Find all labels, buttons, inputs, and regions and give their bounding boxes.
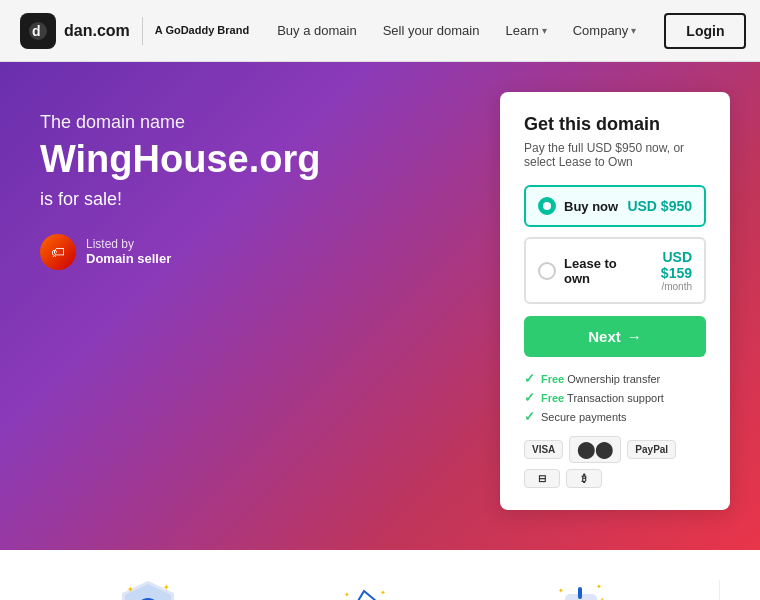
crypto-icon: ₿ <box>566 469 602 488</box>
nav-item-buy[interactable]: Buy a domain <box>267 15 367 46</box>
benefits-list: ✓ Free Ownership transfer ✓ Free Transac… <box>524 371 706 424</box>
hero-text: The domain name WingHouse.org is for sal… <box>40 102 320 270</box>
buy-now-radio <box>538 197 556 215</box>
check-icon-3: ✓ <box>524 409 535 424</box>
listed-by: 🏷 Listed by Domain seller <box>40 234 320 270</box>
next-arrow: → <box>627 328 642 345</box>
nav-item-company[interactable]: Company ▾ <box>563 15 647 46</box>
benefit-2: ✓ Free Transaction support <box>524 390 706 405</box>
logo-area: d dan.com A GoDaddy Brand <box>20 13 249 49</box>
lease-to-own-option[interactable]: Lease to own USD $159 /month <box>524 237 706 304</box>
hero-domain-name: WingHouse.org <box>40 139 320 181</box>
svg-text:d: d <box>32 23 41 39</box>
check-icon-2: ✓ <box>524 390 535 405</box>
visa-icon: VISA <box>524 440 563 459</box>
lease-left: Lease to own <box>538 256 634 286</box>
applepay-icon: ⊟ <box>524 469 560 488</box>
domain-card: Get this domain Pay the full USD $950 no… <box>500 92 730 510</box>
plane-icon: ✦ ✦ ✦ <box>334 580 394 600</box>
hero-section: The domain name WingHouse.org is for sal… <box>0 62 760 550</box>
shield-icon: ✦ ✦ ✦ <box>118 580 178 600</box>
benefit-1: ✓ Free Ownership transfer <box>524 371 706 386</box>
benefit-2-text: Free Transaction support <box>541 392 664 404</box>
lease-price-area: USD $159 /month <box>634 249 692 292</box>
feature-buyer-protection: ✦ ✦ ✦ Buyer Protection program <box>40 580 256 600</box>
hero-forsale: is for sale! <box>40 189 320 210</box>
company-chevron: ▾ <box>631 25 636 36</box>
benefit-1-text: Free Ownership transfer <box>541 373 660 385</box>
buy-now-option[interactable]: Buy now USD $950 <box>524 185 706 227</box>
dan-logo-icon: d <box>20 13 56 49</box>
card-subtitle: Pay the full USD $950 now, or select Lea… <box>524 141 706 169</box>
buy-now-left: Buy now <box>538 197 618 215</box>
logo-divider <box>142 17 143 45</box>
svg-text:✦: ✦ <box>344 591 350 598</box>
svg-text:✦: ✦ <box>558 587 564 594</box>
lease-label: Lease to own <box>564 256 634 286</box>
learn-chevron: ▾ <box>542 25 547 36</box>
svg-text:✦: ✦ <box>596 583 602 590</box>
card-title: Get this domain <box>524 114 706 135</box>
header-right: Login <box>664 13 746 49</box>
svg-text:✦: ✦ <box>127 585 134 594</box>
mastercard-icon: ⬤⬤ <box>569 436 621 463</box>
feature-fast-transfers: ✦ ✦ ✦ Fast & easy transfers <box>256 580 472 600</box>
buy-now-price: USD $950 <box>627 198 692 214</box>
payment-icon: ✦ ✦ ✦ <box>551 580 611 600</box>
feature-items: ✦ ✦ ✦ Buyer Protection program <box>40 580 689 600</box>
lease-price: USD $159 <box>634 249 692 281</box>
benefit-3-text: Secure payments <box>541 411 627 423</box>
hero-subtitle: The domain name <box>40 112 320 133</box>
svg-text:✦: ✦ <box>163 583 170 592</box>
svg-rect-17 <box>578 587 582 599</box>
header: d dan.com A GoDaddy Brand Buy a domain S… <box>0 0 760 62</box>
buy-now-label: Buy now <box>564 199 618 214</box>
nav-item-sell[interactable]: Sell your domain <box>373 15 490 46</box>
svg-text:✦: ✦ <box>600 596 604 600</box>
logo-text: dan.com <box>64 22 130 40</box>
login-button[interactable]: Login <box>664 13 746 49</box>
lease-price-sub: /month <box>634 281 692 292</box>
svg-text:✦: ✦ <box>380 589 386 596</box>
benefit-3: ✓ Secure payments <box>524 409 706 424</box>
seller-icon: 🏷 <box>40 234 76 270</box>
godaddy-brand: A GoDaddy Brand <box>155 23 249 37</box>
features-section: ✦ ✦ ✦ Buyer Protection program <box>0 550 760 600</box>
paypal-icon: PayPal <box>627 440 676 459</box>
feature-hassle-free: ✦ ✦ ✦ Hassle free payments <box>473 580 689 600</box>
next-button[interactable]: Next → <box>524 316 706 357</box>
lease-radio <box>538 262 556 280</box>
check-icon-1: ✓ <box>524 371 535 386</box>
listed-text: Listed by Domain seller <box>86 237 171 266</box>
payment-icons: VISA ⬤⬤ PayPal ⊟ ₿ <box>524 436 706 488</box>
nav-item-learn[interactable]: Learn ▾ <box>495 15 556 46</box>
features-left: ✦ ✦ ✦ Buyer Protection program <box>40 580 720 600</box>
seller-label: Domain seller <box>86 251 171 266</box>
nav: Buy a domain Sell your domain Learn ▾ Co… <box>267 15 646 46</box>
